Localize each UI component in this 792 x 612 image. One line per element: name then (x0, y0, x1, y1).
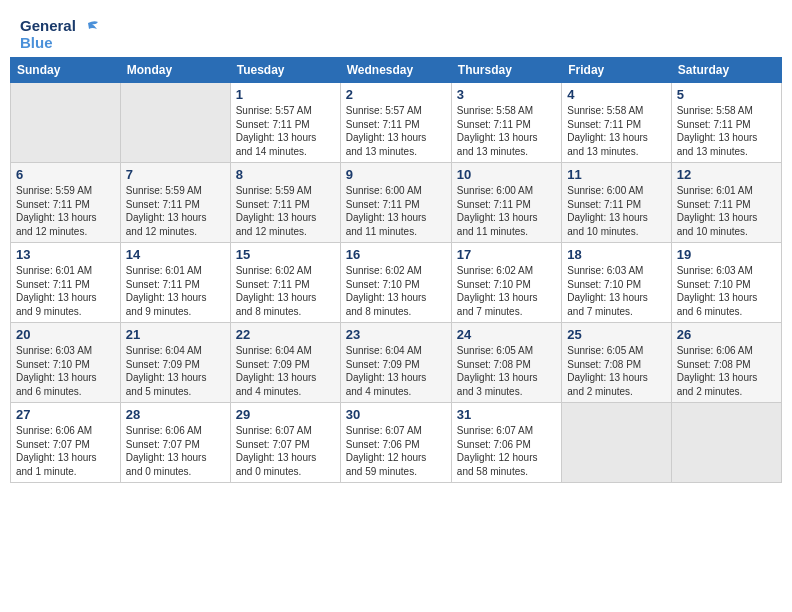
day-number: 6 (16, 167, 115, 182)
day-number: 23 (346, 327, 446, 342)
day-info: Sunrise: 6:05 AM Sunset: 7:08 PM Dayligh… (457, 344, 556, 398)
day-number: 17 (457, 247, 556, 262)
calendar-cell (671, 403, 781, 483)
calendar-cell: 17Sunrise: 6:02 AM Sunset: 7:10 PM Dayli… (451, 243, 561, 323)
day-info: Sunrise: 6:02 AM Sunset: 7:10 PM Dayligh… (346, 264, 446, 318)
calendar-week-row: 27Sunrise: 6:06 AM Sunset: 7:07 PM Dayli… (11, 403, 782, 483)
day-number: 31 (457, 407, 556, 422)
day-info: Sunrise: 6:01 AM Sunset: 7:11 PM Dayligh… (126, 264, 225, 318)
day-number: 7 (126, 167, 225, 182)
calendar-week-row: 6Sunrise: 5:59 AM Sunset: 7:11 PM Daylig… (11, 163, 782, 243)
calendar-header-row: SundayMondayTuesdayWednesdayThursdayFrid… (11, 58, 782, 83)
day-number: 25 (567, 327, 665, 342)
day-info: Sunrise: 6:04 AM Sunset: 7:09 PM Dayligh… (346, 344, 446, 398)
day-info: Sunrise: 5:58 AM Sunset: 7:11 PM Dayligh… (457, 104, 556, 158)
calendar-cell: 2Sunrise: 5:57 AM Sunset: 7:11 PM Daylig… (340, 83, 451, 163)
day-number: 19 (677, 247, 776, 262)
calendar-week-row: 13Sunrise: 6:01 AM Sunset: 7:11 PM Dayli… (11, 243, 782, 323)
calendar-day-header: Wednesday (340, 58, 451, 83)
day-number: 12 (677, 167, 776, 182)
calendar-week-row: 1Sunrise: 5:57 AM Sunset: 7:11 PM Daylig… (11, 83, 782, 163)
page-header: General Blue (10, 10, 782, 57)
day-info: Sunrise: 5:59 AM Sunset: 7:11 PM Dayligh… (236, 184, 335, 238)
day-number: 2 (346, 87, 446, 102)
calendar-cell: 16Sunrise: 6:02 AM Sunset: 7:10 PM Dayli… (340, 243, 451, 323)
day-info: Sunrise: 6:06 AM Sunset: 7:07 PM Dayligh… (126, 424, 225, 478)
day-number: 27 (16, 407, 115, 422)
calendar-cell: 4Sunrise: 5:58 AM Sunset: 7:11 PM Daylig… (562, 83, 671, 163)
day-info: Sunrise: 5:59 AM Sunset: 7:11 PM Dayligh… (16, 184, 115, 238)
day-number: 8 (236, 167, 335, 182)
calendar-cell: 31Sunrise: 6:07 AM Sunset: 7:06 PM Dayli… (451, 403, 561, 483)
calendar-cell: 22Sunrise: 6:04 AM Sunset: 7:09 PM Dayli… (230, 323, 340, 403)
calendar-day-header: Thursday (451, 58, 561, 83)
calendar-cell: 25Sunrise: 6:05 AM Sunset: 7:08 PM Dayli… (562, 323, 671, 403)
day-number: 3 (457, 87, 556, 102)
calendar-day-header: Sunday (11, 58, 121, 83)
calendar-cell (562, 403, 671, 483)
day-number: 11 (567, 167, 665, 182)
logo-bird-icon (80, 20, 100, 34)
day-number: 5 (677, 87, 776, 102)
calendar-week-row: 20Sunrise: 6:03 AM Sunset: 7:10 PM Dayli… (11, 323, 782, 403)
calendar-cell: 3Sunrise: 5:58 AM Sunset: 7:11 PM Daylig… (451, 83, 561, 163)
calendar-day-header: Saturday (671, 58, 781, 83)
day-number: 15 (236, 247, 335, 262)
day-info: Sunrise: 5:57 AM Sunset: 7:11 PM Dayligh… (346, 104, 446, 158)
day-number: 20 (16, 327, 115, 342)
day-info: Sunrise: 5:59 AM Sunset: 7:11 PM Dayligh… (126, 184, 225, 238)
calendar-cell: 6Sunrise: 5:59 AM Sunset: 7:11 PM Daylig… (11, 163, 121, 243)
day-number: 22 (236, 327, 335, 342)
day-number: 30 (346, 407, 446, 422)
day-info: Sunrise: 5:58 AM Sunset: 7:11 PM Dayligh… (677, 104, 776, 158)
day-info: Sunrise: 6:05 AM Sunset: 7:08 PM Dayligh… (567, 344, 665, 398)
calendar-cell: 23Sunrise: 6:04 AM Sunset: 7:09 PM Dayli… (340, 323, 451, 403)
day-info: Sunrise: 6:02 AM Sunset: 7:10 PM Dayligh… (457, 264, 556, 318)
day-info: Sunrise: 6:07 AM Sunset: 7:06 PM Dayligh… (457, 424, 556, 478)
day-number: 14 (126, 247, 225, 262)
day-info: Sunrise: 6:03 AM Sunset: 7:10 PM Dayligh… (567, 264, 665, 318)
calendar-day-header: Monday (120, 58, 230, 83)
day-number: 29 (236, 407, 335, 422)
logo: General Blue (20, 18, 100, 51)
calendar-cell: 7Sunrise: 5:59 AM Sunset: 7:11 PM Daylig… (120, 163, 230, 243)
day-number: 9 (346, 167, 446, 182)
day-number: 18 (567, 247, 665, 262)
calendar-cell: 9Sunrise: 6:00 AM Sunset: 7:11 PM Daylig… (340, 163, 451, 243)
calendar-cell (120, 83, 230, 163)
day-info: Sunrise: 6:06 AM Sunset: 7:07 PM Dayligh… (16, 424, 115, 478)
logo-blue-text: Blue (20, 35, 100, 52)
day-info: Sunrise: 6:00 AM Sunset: 7:11 PM Dayligh… (346, 184, 446, 238)
calendar-cell (11, 83, 121, 163)
calendar-cell: 14Sunrise: 6:01 AM Sunset: 7:11 PM Dayli… (120, 243, 230, 323)
calendar-cell: 13Sunrise: 6:01 AM Sunset: 7:11 PM Dayli… (11, 243, 121, 323)
calendar-day-header: Tuesday (230, 58, 340, 83)
day-number: 16 (346, 247, 446, 262)
calendar-cell: 8Sunrise: 5:59 AM Sunset: 7:11 PM Daylig… (230, 163, 340, 243)
calendar-cell: 1Sunrise: 5:57 AM Sunset: 7:11 PM Daylig… (230, 83, 340, 163)
calendar-cell: 24Sunrise: 6:05 AM Sunset: 7:08 PM Dayli… (451, 323, 561, 403)
day-number: 24 (457, 327, 556, 342)
day-info: Sunrise: 6:00 AM Sunset: 7:11 PM Dayligh… (567, 184, 665, 238)
logo-general-text: General (20, 18, 100, 35)
calendar-cell: 10Sunrise: 6:00 AM Sunset: 7:11 PM Dayli… (451, 163, 561, 243)
day-info: Sunrise: 6:07 AM Sunset: 7:07 PM Dayligh… (236, 424, 335, 478)
calendar-cell: 19Sunrise: 6:03 AM Sunset: 7:10 PM Dayli… (671, 243, 781, 323)
day-info: Sunrise: 6:03 AM Sunset: 7:10 PM Dayligh… (16, 344, 115, 398)
calendar-body: 1Sunrise: 5:57 AM Sunset: 7:11 PM Daylig… (11, 83, 782, 483)
calendar-cell: 27Sunrise: 6:06 AM Sunset: 7:07 PM Dayli… (11, 403, 121, 483)
day-info: Sunrise: 6:03 AM Sunset: 7:10 PM Dayligh… (677, 264, 776, 318)
calendar-cell: 29Sunrise: 6:07 AM Sunset: 7:07 PM Dayli… (230, 403, 340, 483)
calendar-cell: 26Sunrise: 6:06 AM Sunset: 7:08 PM Dayli… (671, 323, 781, 403)
day-info: Sunrise: 6:02 AM Sunset: 7:11 PM Dayligh… (236, 264, 335, 318)
day-info: Sunrise: 6:07 AM Sunset: 7:06 PM Dayligh… (346, 424, 446, 478)
calendar-cell: 12Sunrise: 6:01 AM Sunset: 7:11 PM Dayli… (671, 163, 781, 243)
day-info: Sunrise: 6:04 AM Sunset: 7:09 PM Dayligh… (236, 344, 335, 398)
day-info: Sunrise: 6:01 AM Sunset: 7:11 PM Dayligh… (677, 184, 776, 238)
day-info: Sunrise: 6:06 AM Sunset: 7:08 PM Dayligh… (677, 344, 776, 398)
calendar-cell: 15Sunrise: 6:02 AM Sunset: 7:11 PM Dayli… (230, 243, 340, 323)
calendar-cell: 5Sunrise: 5:58 AM Sunset: 7:11 PM Daylig… (671, 83, 781, 163)
day-number: 28 (126, 407, 225, 422)
day-number: 4 (567, 87, 665, 102)
calendar-day-header: Friday (562, 58, 671, 83)
